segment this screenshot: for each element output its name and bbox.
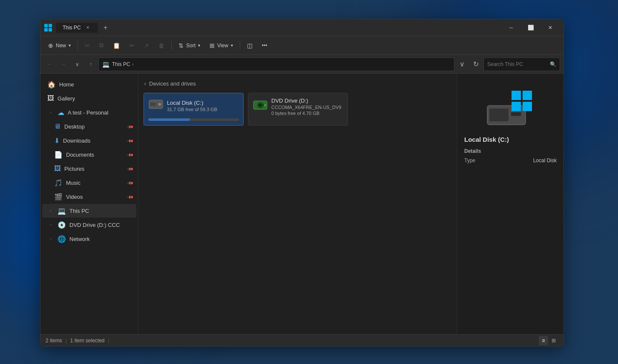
- grid-view-button[interactable]: ⊞: [549, 336, 558, 345]
- sort-button[interactable]: ⇅ Sort ▾: [174, 39, 204, 52]
- sidebar-item-network[interactable]: › 🌐 Network: [42, 232, 136, 246]
- pin-icon-dl: 📌: [127, 137, 134, 144]
- search-box[interactable]: Search This PC 🔍: [483, 57, 560, 71]
- details-title: Local Disk (C:): [464, 136, 509, 143]
- sidebar: 🏠 Home 🖼 Gallery › ☁ A test - Personal 🖥…: [40, 74, 138, 334]
- drive-progress-bar: [148, 118, 239, 121]
- details-drive-illustration: [485, 91, 536, 129]
- close-button[interactable]: ✕: [540, 21, 560, 34]
- toolbar-separator-2: [171, 41, 172, 50]
- section-label: Devices and drives: [149, 80, 196, 87]
- title-bar: This PC ✕ + ─ ⬜ ✕: [40, 19, 563, 36]
- sidebar-item-cloud[interactable]: › ☁ A test - Personal: [42, 106, 136, 119]
- more-icon: •••: [262, 43, 267, 49]
- new-button[interactable]: ⊕ New ▾: [44, 39, 75, 52]
- music-icon: 🎵: [54, 179, 63, 187]
- sidebar-item-gallery[interactable]: 🖼 Gallery: [42, 92, 136, 105]
- sidebar-item-this-pc[interactable]: › 💻 This PC: [42, 204, 136, 218]
- details-toggle-button[interactable]: ◫: [243, 39, 257, 52]
- sort-icon: ⇅: [178, 42, 184, 49]
- tab-close-button[interactable]: ✕: [84, 24, 91, 31]
- delete-button[interactable]: 🗑: [154, 39, 169, 52]
- svg-rect-16: [523, 91, 532, 100]
- view-toggle-buttons: ≡ ⊞: [539, 336, 558, 345]
- file-explorer-window: This PC ✕ + ─ ⬜ ✕ ⊕ New ▾ ✂ ⧉ 📋 ✏: [40, 19, 564, 347]
- network-icon: 🌐: [57, 235, 66, 243]
- documents-icon: 📄: [54, 151, 63, 159]
- back-button[interactable]: ←: [44, 58, 56, 70]
- svg-rect-7: [150, 103, 156, 106]
- sidebar-item-music[interactable]: 🎵 Music 📌: [42, 176, 136, 189]
- downloads-icon: ⬇: [54, 137, 60, 145]
- minimize-button[interactable]: ─: [501, 21, 521, 34]
- content-area: ∨ Devices and drives: [138, 74, 563, 334]
- svg-rect-18: [523, 102, 532, 111]
- forward-button[interactable]: →: [57, 58, 69, 70]
- sidebar-item-videos[interactable]: 🎬 Videos 📌: [42, 190, 136, 203]
- address-dropdown-button[interactable]: ∨: [456, 58, 468, 70]
- more-button[interactable]: •••: [258, 39, 272, 52]
- dvd-subtitle: CCCOMA_X64FRE_EN-US_DV9: [271, 105, 343, 110]
- selected-count: 1 item selected: [70, 338, 105, 344]
- pin-icon-music: 📌: [127, 179, 134, 186]
- delete-icon: 🗑: [158, 42, 164, 49]
- dvd-card-top: DVD Drive (D:) CCCOMA_X64FRE_EN-US_DV9 0…: [253, 97, 343, 116]
- new-tab-button[interactable]: +: [100, 22, 112, 34]
- drive-card-c[interactable]: Local Disk (C:) 31.7 GB free of 59.3 GB: [144, 93, 244, 126]
- network-expand-icon: ›: [47, 235, 54, 242]
- breadcrumb-item: This PC: [112, 61, 130, 67]
- sidebar-item-desktop[interactable]: 🖥 Desktop 📌: [42, 120, 136, 133]
- dvd-drive-free: 0 bytes free of 4.70 GB: [271, 111, 343, 116]
- details-type-key: Type: [464, 158, 475, 163]
- svg-rect-17: [512, 102, 521, 111]
- pictures-icon: 🖼: [54, 165, 61, 172]
- tab-title: This PC: [63, 25, 81, 31]
- section-expand-icon[interactable]: ∨: [144, 81, 147, 86]
- cloud-expand-icon: ›: [47, 109, 54, 116]
- up-button[interactable]: ↑: [85, 58, 97, 70]
- active-tab[interactable]: This PC ✕: [56, 23, 98, 33]
- maximize-button[interactable]: ⬜: [521, 21, 540, 34]
- status-separator-2: |: [108, 338, 109, 344]
- sidebar-item-documents[interactable]: 📄 Documents 📌: [42, 148, 136, 161]
- main-area: 🏠 Home 🖼 Gallery › ☁ A test - Personal 🖥…: [40, 74, 563, 334]
- drive-info: Local Disk (C:) 31.7 GB free of 59.3 GB: [167, 100, 239, 112]
- view-icon: ⊞: [210, 42, 215, 49]
- share-button[interactable]: ↗: [140, 39, 153, 52]
- rename-button[interactable]: ✏: [125, 39, 139, 52]
- dvd-expand-icon: ›: [47, 221, 54, 228]
- expand-nav-button[interactable]: ∨: [71, 58, 83, 70]
- pin-icon: 📌: [127, 123, 134, 130]
- status-separator: |: [66, 338, 67, 344]
- gallery-icon: 🖼: [47, 95, 54, 102]
- this-pc-expand-icon: ›: [47, 207, 54, 214]
- refresh-button[interactable]: ↻: [470, 58, 482, 70]
- sidebar-item-dvd-drive[interactable]: › 💿 DVD Drive (D:) CCC: [42, 218, 136, 232]
- window-controls: ─ ⬜ ✕: [501, 21, 560, 34]
- drives-grid: Local Disk (C:) 31.7 GB free of 59.3 GB: [144, 93, 452, 126]
- search-icon: 🔍: [550, 61, 556, 67]
- cut-button[interactable]: ✂: [80, 39, 94, 52]
- dvd-icon: 💿: [57, 221, 66, 229]
- view-button[interactable]: ⊞ View ▾: [205, 39, 237, 52]
- pin-icon-pics: 📌: [127, 165, 134, 172]
- sidebar-item-pictures[interactable]: 🖼 Pictures 📌: [42, 162, 136, 175]
- status-bar: 2 items | 1 item selected | ≡ ⊞: [40, 334, 563, 346]
- hdd-icon: [148, 97, 164, 114]
- list-view-button[interactable]: ≡: [539, 336, 548, 345]
- sidebar-item-home[interactable]: 🏠 Home: [42, 77, 136, 91]
- rename-icon: ✏: [129, 42, 135, 49]
- sidebar-item-downloads[interactable]: ⬇ Downloads 📌: [42, 134, 136, 147]
- address-path[interactable]: 💻 This PC ›: [98, 57, 454, 71]
- paste-icon: 📋: [113, 42, 120, 49]
- details-section-label: Details: [464, 148, 481, 154]
- search-placeholder: Search This PC: [487, 61, 523, 67]
- paste-button[interactable]: 📋: [109, 39, 124, 52]
- drive-card-d[interactable]: DVD Drive (D:) CCCOMA_X64FRE_EN-US_DV9 0…: [248, 93, 348, 126]
- copy-button[interactable]: ⧉: [95, 39, 108, 52]
- svg-point-12: [260, 105, 261, 106]
- svg-point-6: [158, 103, 161, 106]
- drive-free: 31.7 GB free of 59.3 GB: [167, 107, 239, 112]
- dvd-drive-icon: [253, 98, 268, 115]
- svg-rect-2: [44, 28, 48, 32]
